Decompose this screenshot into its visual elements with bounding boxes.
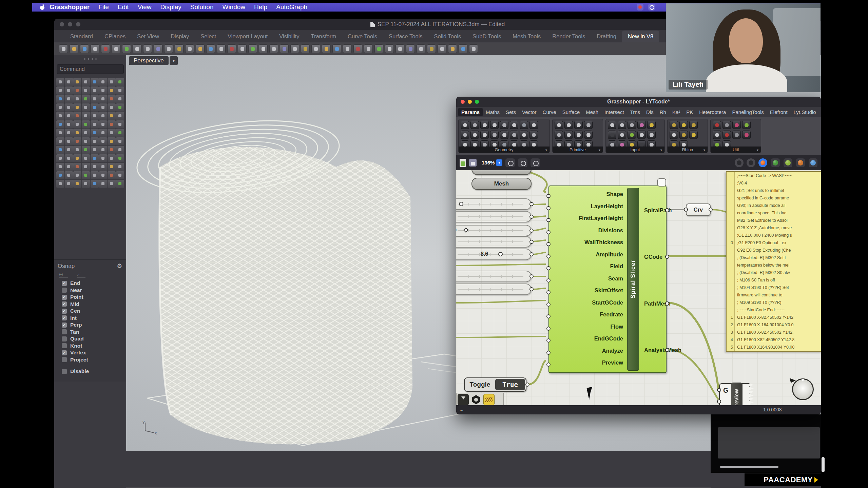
toolbar-icon[interactable] xyxy=(70,44,78,53)
tool-icon[interactable] xyxy=(116,180,124,188)
material-orange-icon[interactable] xyxy=(796,158,805,167)
sidebar-handle[interactable] xyxy=(54,55,126,60)
tool-icon[interactable] xyxy=(65,163,73,171)
palette-icon[interactable] xyxy=(670,131,678,139)
tool-icon[interactable] xyxy=(73,120,81,129)
palette-icon[interactable] xyxy=(574,131,583,139)
tool-icon[interactable] xyxy=(56,112,64,120)
tool-icon[interactable] xyxy=(56,86,64,95)
tool-icon[interactable] xyxy=(65,103,73,112)
palette-icon[interactable] xyxy=(529,121,538,129)
tool-icon[interactable] xyxy=(56,146,64,154)
input-port-flow[interactable] xyxy=(546,327,551,331)
spiral-slicer-component[interactable]: ShapeLayerHeightFirstLayerHeightDivision… xyxy=(548,186,667,373)
apple-icon[interactable] xyxy=(40,4,45,10)
palette-icon[interactable] xyxy=(555,140,563,147)
toolbar-icon[interactable] xyxy=(343,44,352,53)
palette-icon[interactable] xyxy=(584,121,593,129)
output-port[interactable] xyxy=(529,229,534,233)
osnap-filter-icon[interactable]: ⋰ xyxy=(77,272,85,278)
palette-icon[interactable] xyxy=(713,121,721,129)
tool-icon[interactable] xyxy=(116,78,124,86)
tool-icon[interactable] xyxy=(65,137,73,145)
palette-icon[interactable] xyxy=(637,121,646,129)
slider-track[interactable] xyxy=(458,289,523,290)
tool-icon[interactable] xyxy=(108,137,116,145)
tool-icon[interactable] xyxy=(65,146,73,154)
osnap-item-near[interactable]: Near xyxy=(62,287,126,294)
chevron-down-icon[interactable]: ▼ xyxy=(703,149,706,152)
palette-icon[interactable] xyxy=(608,131,616,139)
tool-icon[interactable] xyxy=(82,180,90,188)
tool-icon[interactable] xyxy=(108,180,116,188)
marker-icon[interactable] xyxy=(531,158,540,167)
toolbar-icon[interactable] xyxy=(164,44,173,53)
palette-icon[interactable] xyxy=(722,131,731,139)
tool-icon[interactable] xyxy=(116,154,124,162)
gear-icon[interactable]: ⚙ xyxy=(117,262,122,270)
gh-menu-curve[interactable]: Curve xyxy=(540,108,559,116)
tool-icon[interactable] xyxy=(116,171,124,179)
output-port[interactable] xyxy=(529,202,534,206)
menubar-item-view[interactable]: View xyxy=(138,3,152,11)
tool-icon[interactable] xyxy=(73,103,81,112)
menubar-item-edit[interactable]: Edit xyxy=(118,3,129,11)
ribbon-tab-solid-tools[interactable]: Solid Tools xyxy=(428,31,467,42)
palette-icon[interactable] xyxy=(689,121,698,129)
material-blue-icon[interactable] xyxy=(809,158,817,167)
ribbon-tab-render-tools[interactable]: Render Tools xyxy=(546,31,591,42)
tool-icon[interactable] xyxy=(56,171,64,179)
palette-icon[interactable] xyxy=(637,140,646,147)
tool-icon[interactable] xyxy=(116,120,124,129)
tool-icon[interactable] xyxy=(91,86,99,95)
tool-icon[interactable] xyxy=(56,154,64,162)
number-slider[interactable] xyxy=(456,236,532,248)
checkbox-end[interactable]: ✓ xyxy=(62,281,67,286)
tool-icon[interactable] xyxy=(116,129,124,137)
toolbar-icon[interactable] xyxy=(448,44,457,53)
chevron-down-icon[interactable]: ▼ xyxy=(170,56,178,65)
palette-icon[interactable] xyxy=(520,131,528,139)
tool-icon[interactable] xyxy=(73,86,81,95)
tool-icon[interactable] xyxy=(82,129,90,137)
ribbon-tab-drafting[interactable]: Drafting xyxy=(591,31,622,42)
number-slider[interactable] xyxy=(456,271,532,282)
tool-icon[interactable] xyxy=(108,95,116,103)
checkbox-knot[interactable] xyxy=(62,343,67,348)
slicer-name-bar[interactable]: Spiral Slicer xyxy=(627,188,639,371)
toolbar-icon[interactable] xyxy=(438,44,446,53)
palette-icon[interactable] xyxy=(480,121,489,129)
ribbon-tab-curve-tools[interactable]: Curve Tools xyxy=(342,31,383,42)
ribbon-tab-mesh-tools[interactable]: Mesh Tools xyxy=(507,31,546,42)
toolbar-icon[interactable] xyxy=(112,44,120,53)
tool-icon[interactable] xyxy=(91,163,99,171)
toolbar-icon[interactable] xyxy=(374,44,383,53)
ribbon-tab-subd-tools[interactable]: SubD Tools xyxy=(467,31,507,42)
boolean-toggle[interactable]: Toggle True xyxy=(464,377,526,392)
tool-icon[interactable] xyxy=(108,154,116,162)
palette-icon[interactable] xyxy=(608,121,616,129)
palette-icon[interactable] xyxy=(520,121,528,129)
number-slider[interactable] xyxy=(456,211,532,222)
save-icon[interactable] xyxy=(469,159,477,167)
palette-icon[interactable] xyxy=(722,140,731,147)
param-capsule-partial[interactable] xyxy=(471,170,532,175)
toolbar-icon[interactable] xyxy=(353,44,362,53)
chevron-down-icon[interactable]: ▼ xyxy=(660,149,663,152)
gh-menu-dis[interactable]: Dis xyxy=(643,108,657,116)
toolbar-icon[interactable] xyxy=(301,44,310,53)
tool-icon[interactable] xyxy=(116,95,124,103)
palette-icon[interactable] xyxy=(713,131,721,139)
gh-menu-lyt-studio[interactable]: Lyt.Studio xyxy=(791,108,819,116)
slider-grip[interactable] xyxy=(498,252,503,256)
number-slider[interactable]: 0 xyxy=(456,225,532,236)
input-port[interactable] xyxy=(717,399,721,404)
tool-icon[interactable] xyxy=(108,171,116,179)
palette-icon[interactable] xyxy=(555,131,563,139)
input-port-startgcode[interactable] xyxy=(546,302,551,307)
palette-icon[interactable] xyxy=(461,121,469,129)
preview-shaded-icon[interactable] xyxy=(758,158,767,167)
tool-icon[interactable] xyxy=(82,137,90,145)
tool-icon[interactable] xyxy=(99,95,107,103)
toolbar-icon[interactable] xyxy=(427,44,436,53)
